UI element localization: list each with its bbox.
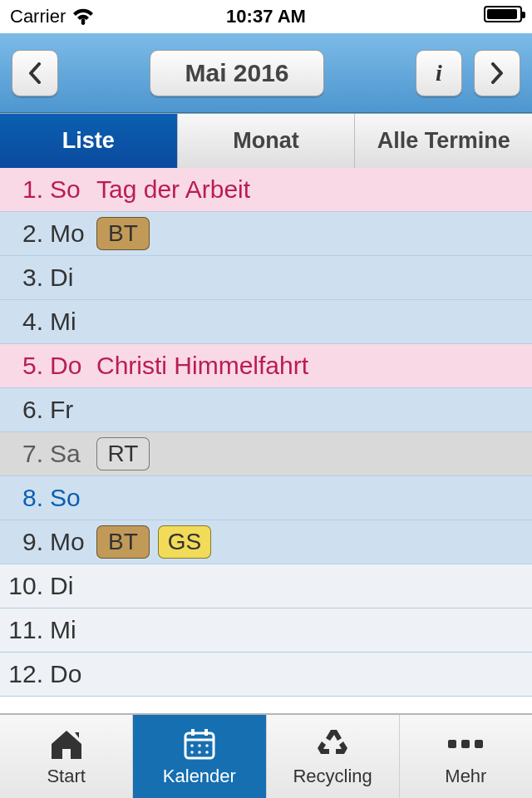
day-number: 5. [0,352,47,380]
day-row[interactable]: 3.Di [0,256,532,300]
tab-mehr[interactable]: Mehr [400,715,532,798]
day-abbr: Mo [47,219,88,248]
month-label: Mai 2016 [185,59,288,87]
svg-point-8 [198,751,201,754]
tab-bar: StartKalenderRecyclingMehr [0,713,532,798]
day-abbr: Do [47,660,88,688]
wifi-icon [72,8,94,25]
day-abbr: So [47,175,88,204]
day-row[interactable]: 8.So [0,476,532,520]
day-row[interactable]: 10.Di [0,564,532,608]
svg-point-9 [205,751,209,754]
navbar: Mai 2016 i [0,33,532,113]
day-row[interactable]: 6.Fr [0,388,532,432]
more-icon [448,726,483,762]
tab-label: Recycling [293,766,372,787]
day-row[interactable]: 4.Mi [0,300,532,344]
tab-recycling[interactable]: Recycling [267,715,400,798]
day-number: 7. [0,440,47,468]
view-segment: ListeMonatAlle Termine [0,113,532,168]
day-number: 8. [0,484,47,512]
holiday-label: Tag der Arbeit [96,175,250,204]
svg-point-7 [190,751,194,754]
day-abbr: Di [47,572,88,600]
day-row[interactable]: 7.SaRT [0,432,532,476]
day-row[interactable]: 12.Do [0,653,532,697]
holiday-label: Christi Himmelfahrt [96,352,308,380]
day-number: 9. [0,528,47,556]
carrier-label: Carrier [10,6,66,27]
day-number: 10. [0,572,47,600]
calendar-icon [183,726,216,762]
day-abbr: Sa [47,440,88,468]
recycle-icon [314,726,351,762]
day-list[interactable]: 1.SoTag der Arbeit2.MoBT3.Di4.Mi5.DoChri… [0,168,532,713]
home-icon [48,726,85,762]
day-row[interactable]: 11.Mi [0,608,532,653]
tab-label: Start [47,766,85,787]
info-icon: i [436,60,442,86]
svg-point-6 [205,744,209,747]
next-month-button[interactable] [474,50,520,96]
segment-liste[interactable]: Liste [0,114,178,168]
month-picker-button[interactable]: Mai 2016 [150,50,324,96]
day-number: 1. [0,175,47,204]
info-button[interactable]: i [416,50,462,96]
day-abbr: So [47,484,88,512]
segment-monat[interactable]: Monat [178,114,356,168]
day-number: 12. [0,660,47,688]
prev-month-button[interactable] [12,50,58,96]
day-number: 3. [0,264,47,292]
event-badge: BT [96,525,150,559]
tab-start[interactable]: Start [0,715,133,798]
day-abbr: Mi [47,616,88,644]
day-abbr: Fr [47,396,88,424]
day-number: 11. [0,616,47,644]
day-number: 2. [0,219,47,248]
day-number: 6. [0,396,47,424]
tab-label: Kalender [163,766,236,787]
day-row[interactable]: 5.DoChristi Himmelfahrt [0,344,532,388]
clock-label: 10:37 AM [226,6,306,27]
day-abbr: Mi [47,308,88,336]
status-bar: Carrier 10:37 AM [0,0,532,33]
svg-rect-2 [191,729,195,736]
day-abbr: Di [47,264,88,292]
tab-kalender[interactable]: Kalender [133,715,266,798]
chevron-left-icon [27,62,42,84]
chevron-right-icon [490,62,505,84]
event-badge: GS [158,525,211,559]
day-row[interactable]: 2.MoBT [0,212,532,256]
svg-rect-3 [204,729,208,736]
day-abbr: Do [47,352,88,380]
event-badge: BT [96,217,150,250]
day-row[interactable]: 1.SoTag der Arbeit [0,168,532,212]
svg-point-4 [190,744,194,747]
day-abbr: Mo [47,528,88,556]
day-row[interactable]: 9.MoBTGS [0,520,532,564]
tab-label: Mehr [445,766,486,787]
segment-alle-termine[interactable]: Alle Termine [355,114,532,168]
battery-icon [484,6,522,27]
event-badge: RT [96,437,150,470]
day-number: 4. [0,308,47,336]
svg-point-5 [198,744,201,747]
